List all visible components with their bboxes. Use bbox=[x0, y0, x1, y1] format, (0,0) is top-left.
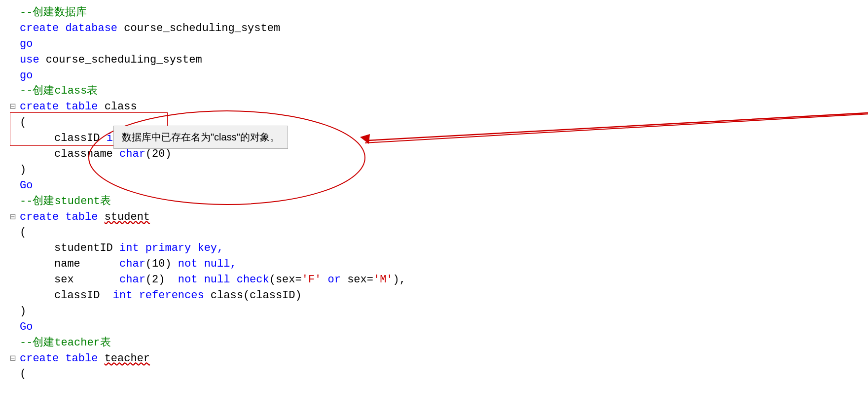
code-token: not null bbox=[165, 272, 236, 288]
code-token bbox=[98, 209, 104, 225]
code-line-12: Go bbox=[10, 178, 858, 194]
code-token: create bbox=[20, 21, 59, 36]
code-token: Go bbox=[20, 178, 33, 194]
code-token bbox=[59, 99, 65, 115]
code-token: (2) bbox=[145, 272, 165, 288]
code-token bbox=[100, 288, 112, 304]
code-token: use bbox=[20, 52, 39, 68]
code-token: create bbox=[20, 209, 59, 225]
code-token: check bbox=[237, 272, 269, 288]
code-token bbox=[132, 288, 139, 304]
code-token: 'M' bbox=[373, 272, 393, 288]
code-token: not null, bbox=[172, 256, 237, 272]
code-token: name bbox=[54, 256, 80, 272]
code-token: sex= bbox=[347, 272, 373, 288]
code-token bbox=[139, 241, 145, 256]
code-token: class(classID) bbox=[204, 288, 302, 304]
code-line-16: studentID int primary key, bbox=[10, 241, 858, 256]
code-token: ) bbox=[20, 162, 26, 178]
code-line-11: ) bbox=[10, 162, 858, 178]
code-editor: --创建数据库create database course_scheduling… bbox=[10, 5, 858, 410]
code-line-24: ( bbox=[10, 366, 858, 382]
code-token bbox=[74, 272, 119, 288]
tooltip-box: 数据库中已存在名为"class"的对象。 bbox=[113, 126, 288, 149]
code-line-7: ⊟create table class bbox=[10, 99, 858, 115]
code-token: int bbox=[119, 241, 139, 256]
code-token bbox=[98, 351, 104, 367]
code-token: char bbox=[119, 272, 145, 288]
code-line-17: name char(10) not null, bbox=[10, 256, 858, 272]
code-line-22: --创建teacher表 bbox=[10, 335, 858, 351]
code-line-21: Go bbox=[10, 319, 858, 335]
code-token: class bbox=[98, 99, 137, 115]
code-line-14: ⊟create table student bbox=[10, 209, 858, 225]
code-token: 'F' bbox=[302, 272, 322, 288]
code-lines: --创建数据库create database course_scheduling… bbox=[10, 5, 858, 382]
code-token: (10) bbox=[145, 256, 172, 272]
line-indicator-7[interactable]: ⊟ bbox=[10, 100, 18, 114]
code-token: int bbox=[113, 288, 133, 304]
code-token: ( bbox=[20, 115, 26, 131]
code-line-4: use course_scheduling_system bbox=[10, 52, 858, 68]
code-token: ( bbox=[269, 272, 276, 288]
code-token: sex= bbox=[276, 272, 302, 288]
code-token: table bbox=[65, 209, 98, 225]
code-token bbox=[59, 209, 65, 225]
code-token: ( bbox=[20, 225, 26, 241]
code-token: go bbox=[20, 36, 33, 52]
code-line-3: go bbox=[10, 36, 858, 52]
code-token: --创建数据库 bbox=[20, 5, 87, 21]
code-token: studentID bbox=[54, 241, 113, 256]
code-token: or bbox=[321, 272, 347, 288]
code-token: Go bbox=[20, 319, 33, 335]
line-indicator-14[interactable]: ⊟ bbox=[10, 210, 18, 224]
code-token: create bbox=[20, 351, 59, 367]
code-token: classID bbox=[54, 288, 100, 304]
code-token: classID bbox=[54, 131, 100, 146]
code-token: sex bbox=[54, 272, 74, 288]
code-line-15: ( bbox=[10, 225, 858, 241]
code-token: --创建student表 bbox=[20, 194, 111, 209]
code-token: classname bbox=[54, 146, 113, 162]
code-token: course_scheduling_system bbox=[117, 21, 280, 36]
code-token: table bbox=[65, 351, 98, 367]
code-token: primary key, bbox=[145, 241, 223, 256]
line-indicator-23[interactable]: ⊟ bbox=[10, 351, 18, 366]
code-line-13: --创建student表 bbox=[10, 194, 858, 209]
code-token: table bbox=[65, 99, 98, 115]
code-token: course_scheduling_system bbox=[39, 52, 202, 68]
code-line-1: --创建数据库 bbox=[10, 5, 858, 21]
code-token bbox=[59, 351, 65, 367]
code-token: go bbox=[20, 68, 33, 84]
code-token bbox=[59, 21, 65, 36]
code-token: char bbox=[119, 256, 145, 272]
code-line-23: ⊟create table teacher bbox=[10, 351, 858, 367]
code-line-20: ) bbox=[10, 304, 858, 319]
code-token: ) bbox=[20, 304, 26, 319]
code-token: ), bbox=[393, 272, 406, 288]
code-token: --创建class表 bbox=[20, 83, 98, 99]
code-token: --创建teacher表 bbox=[20, 335, 111, 351]
code-token: ( bbox=[20, 366, 26, 382]
code-token bbox=[80, 256, 119, 272]
code-token: create bbox=[20, 99, 59, 115]
code-token: database bbox=[65, 21, 117, 36]
code-token: student bbox=[105, 209, 150, 225]
code-token: references bbox=[139, 288, 204, 304]
code-token bbox=[100, 131, 106, 146]
code-token bbox=[113, 241, 119, 256]
code-line-2: create database course_scheduling_system bbox=[10, 21, 858, 36]
code-line-19: classID int references class(classID) bbox=[10, 288, 858, 304]
code-line-5: go bbox=[10, 68, 858, 84]
code-token: teacher bbox=[105, 351, 150, 367]
code-line-18: sex char(2) not null check(sex='F' or se… bbox=[10, 272, 858, 288]
code-line-6: --创建class表 bbox=[10, 83, 858, 99]
